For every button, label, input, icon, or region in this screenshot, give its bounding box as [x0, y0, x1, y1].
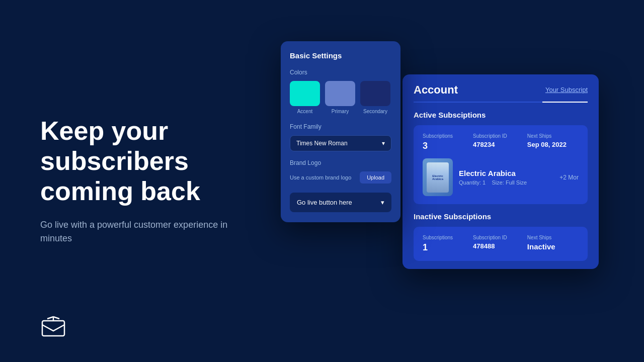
font-label: Font Family	[290, 123, 391, 130]
subscription-id-value: 478234	[473, 141, 507, 148]
subscriptions-col: Subscriptions 3	[423, 133, 453, 151]
headline: Keep your subscribers coming back	[40, 116, 282, 206]
secondary-label: Secondary	[360, 109, 390, 114]
settings-card: Basic Settings Colors Accent Primary Sec…	[281, 41, 400, 222]
active-section-title: Active Subsciptions	[414, 111, 588, 119]
brand-section: Brand Logo Use a custom brand logo Uploa…	[290, 159, 391, 184]
svg-rect-0	[42, 321, 64, 336]
product-size: Size: Full Size	[492, 179, 527, 186]
left-section: Keep your subscribers coming back Go liv…	[40, 116, 282, 245]
next-ships-label: Next Ships	[527, 133, 567, 139]
product-details: Quantity: 1 Size: Full Size	[459, 179, 553, 186]
active-subscription-card: Subscriptions 3 Subscription ID 478234 N…	[414, 125, 588, 204]
product-name: Electric Arabica	[459, 169, 553, 177]
inactive-subscriptions-label: Subscriptions	[423, 235, 453, 240]
product-img-inner: ElectricArabica	[427, 162, 449, 193]
secondary-swatch[interactable]: Secondary	[360, 81, 390, 114]
inactive-subscriptions-col: Subscriptions 1	[423, 235, 453, 253]
brand-text: Use a custom brand logo	[290, 174, 360, 180]
secondary-color-box	[360, 81, 390, 106]
brand-label: Brand Logo	[290, 159, 391, 166]
inactive-next-ships-col: Next Ships Inactive	[527, 235, 555, 253]
subscription-id-col: Subscription ID 478234	[473, 133, 507, 151]
colors-row: Accent Primary Secondary	[290, 81, 391, 114]
subscriptions-label: Subscriptions	[423, 133, 453, 139]
logo-icon	[40, 314, 66, 342]
sub-info-row: Subscriptions 3 Subscription ID 478234 N…	[423, 133, 579, 151]
account-card: Account Your Subscript Active Subsciptio…	[403, 74, 599, 269]
your-subscript-link[interactable]: Your Subscript	[545, 86, 588, 95]
subheadline: Go live with a powerful customer experie…	[40, 219, 242, 246]
product-image: ElectricArabica	[423, 158, 453, 196]
inactive-id-col: Subscription ID 478488	[473, 235, 507, 253]
inactive-id-value: 478488	[473, 242, 507, 250]
primary-color-box	[325, 81, 355, 106]
font-value: Times New Roman	[296, 140, 348, 147]
go-live-row[interactable]: Go live button here ▾	[290, 193, 391, 212]
accent-color-box	[290, 81, 320, 106]
inactive-subscription-card: Subscriptions 1 Subscription ID 478488 N…	[414, 227, 588, 261]
more-tag: +2 Mor	[559, 174, 579, 181]
subscription-id-label: Subscription ID	[473, 133, 507, 139]
inactive-subscriptions-value: 1	[423, 242, 453, 253]
svg-line-3	[53, 317, 59, 319]
accent-label: Accent	[290, 109, 320, 114]
chevron-down-icon: ▾	[382, 140, 385, 147]
next-ships-value: Sep 08, 2022	[527, 141, 567, 148]
primary-label: Primary	[325, 109, 355, 114]
account-header: Account Your Subscript	[403, 74, 599, 97]
product-info: Electric Arabica Quantity: 1 Size: Full …	[459, 169, 553, 186]
font-section: Font Family Times New Roman ▾	[290, 123, 391, 151]
primary-swatch[interactable]: Primary	[325, 81, 355, 114]
product-row: ElectricArabica Electric Arabica Quantit…	[423, 158, 579, 196]
inactive-id-label: Subscription ID	[473, 235, 507, 240]
accent-swatch[interactable]: Accent	[290, 81, 320, 114]
inactive-row: Subscriptions 1 Subscription ID 478488 N…	[423, 235, 579, 253]
active-section: Active Subsciptions Subscriptions 3 Subs…	[403, 103, 599, 204]
font-selector[interactable]: Times New Roman ▾	[290, 135, 391, 151]
colors-label: Colors	[290, 69, 391, 76]
go-live-label: Go live button here	[297, 199, 352, 206]
upload-button[interactable]: Upload	[360, 171, 391, 184]
next-ships-col: Next Ships Sep 08, 2022	[527, 133, 567, 151]
svg-line-2	[47, 317, 53, 319]
inactive-status: Inactive	[527, 242, 555, 251]
product-quantity: Quantity: 1	[459, 179, 486, 186]
inactive-next-ships-label: Next Ships	[527, 235, 555, 240]
inactive-section: Inactive Subsciptions Subscriptions 1 Su…	[403, 212, 599, 269]
brand-row: Use a custom brand logo Upload	[290, 171, 391, 184]
chevron-down-icon: ▾	[381, 199, 384, 206]
subscriptions-value: 3	[423, 141, 453, 151]
inactive-section-title: Inactive Subsciptions	[414, 212, 588, 221]
settings-title: Basic Settings	[290, 51, 391, 60]
account-title: Account	[414, 83, 458, 97]
account-nav-border	[414, 102, 588, 103]
